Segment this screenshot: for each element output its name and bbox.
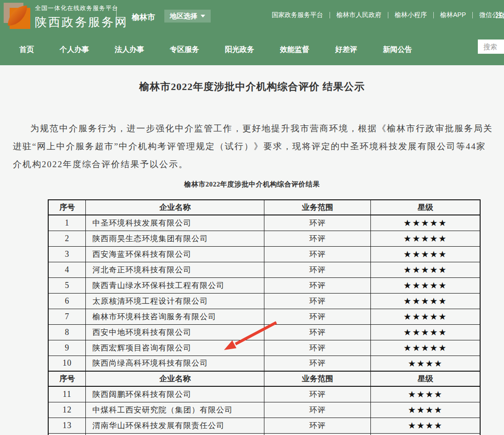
cell-business-scope: 环评 bbox=[264, 231, 370, 246]
cell-business-scope: 环评 bbox=[264, 309, 370, 324]
table-row: 1中圣环境科技发展有限公司环评★★★★★ bbox=[48, 215, 480, 231]
cell-company-name: 陕西雨昊生态环境集团有限公司 bbox=[86, 231, 264, 246]
site-logo bbox=[4, 2, 30, 29]
header-quick-links: 国家政务服务平台榆林市人民政府榆林小程序榆林APP微信公众号 bbox=[265, 11, 504, 19]
nav-item-6[interactable]: 效能监督 bbox=[280, 45, 309, 55]
cell-index: 1 bbox=[48, 215, 86, 231]
table-row: 6太原核清环境工程设计有限公司环评★★★★★ bbox=[48, 293, 480, 309]
cell-business-scope: 环评 bbox=[264, 418, 370, 433]
column-header: 企业名称 bbox=[86, 200, 264, 215]
cell-business-scope bbox=[264, 433, 370, 435]
cell-business-scope: 环评 bbox=[264, 324, 370, 340]
cell-business-scope: 环评 bbox=[264, 246, 370, 262]
brand-site-name: 陕西政务服务网 bbox=[35, 14, 128, 30]
column-header: 业务范围 bbox=[264, 371, 370, 386]
nav-item-5[interactable]: 阳光政务 bbox=[225, 45, 254, 55]
cell-index: 5 bbox=[48, 277, 86, 293]
cell-business-scope: 环评 bbox=[264, 386, 370, 402]
table-header-row: 序号企业名称业务范围星级 bbox=[48, 200, 480, 215]
cell-index: 13 bbox=[48, 418, 86, 433]
chevron-down-icon bbox=[201, 15, 205, 17]
site-header: 全国一体化在线政务服务平台 陕西政务服务网 榆林市 地区选择 国家政务服务平台榆… bbox=[0, 0, 504, 65]
nav-item-7[interactable]: 好差评 bbox=[335, 45, 357, 55]
header-link-4[interactable]: 榆林APP bbox=[434, 11, 472, 19]
paragraph-line-3: 介机构2022年度综合评价结果予以公示。 bbox=[13, 155, 504, 173]
cell-index: 8 bbox=[48, 324, 86, 340]
cell-index: 2 bbox=[48, 231, 86, 246]
nav-item-3[interactable]: 法人办事 bbox=[115, 45, 144, 55]
cell-company-name bbox=[86, 433, 264, 435]
cell-index: 3 bbox=[48, 246, 86, 262]
nav-item-2[interactable]: 个人办事 bbox=[60, 45, 89, 55]
nav-item-8[interactable]: 新闻公告 bbox=[383, 45, 412, 55]
cell-star-rating: ★★★★★ bbox=[371, 293, 480, 309]
cell-index bbox=[48, 433, 86, 435]
table-row: 13渭南华山环保科技发展有限责任公司环评★★★★ bbox=[48, 418, 480, 433]
header-link-1[interactable]: 国家政务服务平台 bbox=[265, 11, 330, 19]
brand-block: 全国一体化在线政务服务平台 陕西政务服务网 bbox=[35, 4, 128, 30]
cell-star-rating: ★★★★★ bbox=[371, 262, 480, 277]
evaluation-results-table: 序号企业名称业务范围星级1中圣环境科技发展有限公司环评★★★★★2陕西雨昊生态环… bbox=[48, 199, 481, 435]
cell-star-rating: ★★★★ bbox=[371, 402, 480, 418]
cell-star-rating: ★★★★ bbox=[371, 418, 480, 433]
nav-item-1[interactable]: 首页 bbox=[19, 45, 34, 55]
table-row: 7榆林市环境科技咨询服务有限公司环评★★★★★ bbox=[48, 309, 480, 324]
cell-business-scope: 环评 bbox=[264, 340, 370, 356]
cell-index: 10 bbox=[48, 356, 86, 371]
page-title: 榆林市2022年度涉批中介机构综合评价 结果公示 bbox=[0, 80, 504, 94]
cell-star-rating: ★★★★★ bbox=[371, 246, 480, 262]
cell-company-name: 陕西阔鹏环保科技有限公司 bbox=[86, 386, 264, 402]
cell-star-rating: ★★★★★ bbox=[371, 277, 480, 293]
cell-star-rating: ★★★★★ bbox=[371, 215, 480, 231]
current-city-label: 榆林市 bbox=[132, 12, 155, 23]
cell-company-name: 太原核清环境工程设计有限公司 bbox=[86, 293, 264, 309]
cell-star-rating: ★★★★★ bbox=[371, 309, 480, 324]
table-row: 3西安海蓝环保科技有限公司环评★★★★★ bbox=[48, 246, 480, 262]
region-select-label: 地区选择 bbox=[170, 12, 197, 21]
cell-company-name: 西安海蓝环保科技有限公司 bbox=[86, 246, 264, 262]
announcement-document: 榆林市2022年度涉批中介机构综合评价 结果公示 为规范中介服务行为，进一步强化… bbox=[0, 80, 504, 435]
paragraph-line-2: 进驻“网上中介服务超市”中介机构考评管理规定（试行）》要求，现将评定的中圣环境科… bbox=[13, 137, 504, 155]
region-select-button[interactable]: 地区选择 bbox=[164, 10, 211, 23]
header-top: 全国一体化在线政务服务平台 陕西政务服务网 榆林市 地区选择 国家政务服务平台榆… bbox=[0, 0, 504, 34]
table-caption: 榆林市2022年度涉批中介机构综合评价结果 bbox=[0, 180, 504, 189]
column-header: 企业名称 bbox=[86, 371, 264, 386]
announcement-paragraph: 为规范中介服务行为，进一步强化中介监管工作，更好地提升我市营商环境，根据《榆林市… bbox=[0, 119, 504, 173]
cell-index: 6 bbox=[48, 293, 86, 309]
header-link-3[interactable]: 榆林小程序 bbox=[388, 11, 433, 19]
column-header: 星级 bbox=[371, 371, 480, 386]
cell-star-rating: ★★★★★ bbox=[371, 231, 480, 246]
cell-company-name: 陕西青山绿水环保科技工程有限公司 bbox=[86, 277, 264, 293]
cell-index: 9 bbox=[48, 340, 86, 356]
cell-star-rating: ★★★★ bbox=[371, 356, 480, 371]
main-nav: 首页个人办事法人办事专区服务阳光政务效能监督好差评新闻公告 bbox=[0, 34, 504, 65]
cell-company-name: 西安中地环境科技有限公司 bbox=[86, 324, 264, 340]
column-header: 星级 bbox=[371, 200, 480, 215]
paragraph-line-1: 为规范中介服务行为，进一步强化中介监管工作，更好地提升我市营商环境，根据《榆林市… bbox=[13, 119, 504, 137]
column-header: 序号 bbox=[48, 371, 86, 386]
column-header: 序号 bbox=[48, 200, 86, 215]
nav-item-4[interactable]: 专区服务 bbox=[170, 45, 199, 55]
cell-company-name: 陕西尚绿高科环境科技有限公司 bbox=[86, 356, 264, 371]
cell-company-name: 渭南华山环保科技发展有限责任公司 bbox=[86, 418, 264, 433]
table-header-row: 序号企业名称业务范围星级 bbox=[48, 371, 480, 386]
cell-business-scope: 环评 bbox=[264, 293, 370, 309]
table-row: 2陕西雨昊生态环境集团有限公司环评★★★★★ bbox=[48, 231, 480, 246]
register-link[interactable]: 注册 bbox=[496, 11, 504, 20]
cell-business-scope: 环评 bbox=[264, 356, 370, 371]
cell-star-rating: ★★★★★ bbox=[371, 340, 480, 356]
search-input[interactable] bbox=[478, 40, 504, 54]
cell-business-scope: 环评 bbox=[264, 215, 370, 231]
table-row: 11陕西阔鹏环保科技有限公司环评★★★★ bbox=[48, 386, 480, 402]
cell-company-name: 中圣环境科技发展有限公司 bbox=[86, 215, 264, 231]
header-link-2[interactable]: 榆林市人民政府 bbox=[330, 11, 388, 19]
table-row: 4河北奇正环境科技有限公司环评★★★★★ bbox=[48, 262, 480, 277]
cell-index: 12 bbox=[48, 402, 86, 418]
cell-company-name: 榆林市环境科技咨询服务有限公司 bbox=[86, 309, 264, 324]
cell-business-scope: 环评 bbox=[264, 277, 370, 293]
cell-business-scope: 环评 bbox=[264, 262, 370, 277]
brand-platform-text: 全国一体化在线政务服务平台 bbox=[35, 4, 128, 12]
table-row: 10陕西尚绿高科环境科技有限公司环评★★★★ bbox=[48, 356, 480, 371]
cell-star-rating: ★★★★ bbox=[371, 386, 480, 402]
cell-star-rating bbox=[371, 433, 480, 435]
